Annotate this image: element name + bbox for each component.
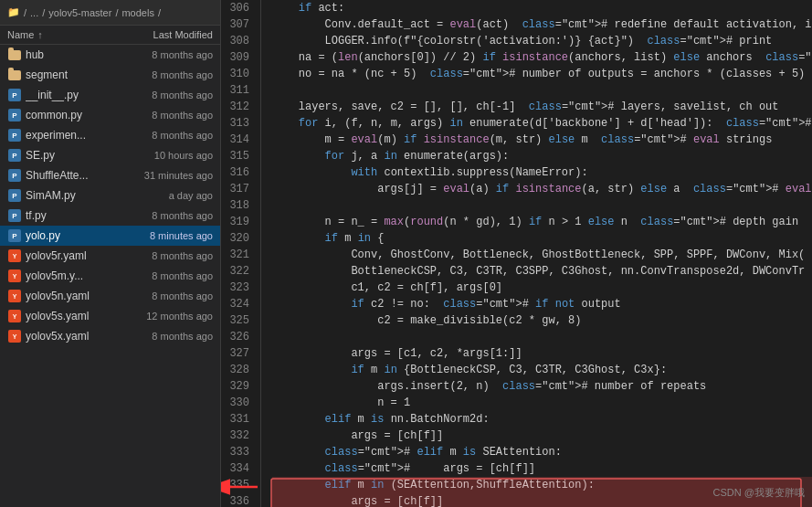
file-icon-py: P	[7, 228, 22, 243]
line-number-309: 309	[228, 49, 249, 66]
col-modified-header[interactable]: Last Modified	[121, 29, 213, 40]
code-line-326	[272, 329, 812, 345]
line-number-324: 324	[228, 296, 249, 312]
breadcrumb-ellipsis: ...	[30, 7, 38, 18]
file-icon-folder	[7, 48, 22, 62]
file-item-yolov5n[interactable]: Yyolov5n.yaml8 months ago	[0, 286, 220, 306]
code-line-306: if act:	[272, 0, 812, 16]
line-numbers: 3063073083093103113123133143153163173183…	[221, 0, 261, 507]
code-line-330: n = 1	[272, 395, 812, 411]
code-line-321: Conv, GhostConv, Bottleneck, GhostBottle…	[272, 247, 812, 263]
code-lines: if act: Conv.default_act = eval(act) cla…	[261, 0, 812, 507]
file-name-shuffleattn: ShuffleAtte...	[26, 169, 131, 182]
file-name-yolov5s: yolov5s.yaml	[26, 310, 131, 322]
code-line-314: m = eval(m) if isinstance(m, str) else m…	[272, 132, 812, 148]
code-line-327: args = [c1, c2, *args[1:]]	[272, 345, 812, 362]
file-modified-experimental: 8 months ago	[131, 130, 213, 141]
line-number-314: 314	[228, 132, 249, 148]
file-modified-init: 8 months ago	[131, 90, 213, 100]
code-line-317: args[j] = eval(a) if isinstance(a, str) …	[272, 181, 812, 197]
line-number-334: 334	[228, 460, 249, 477]
breadcrumb-yolov5[interactable]: yolov5-master	[48, 7, 111, 18]
line-number-328: 328	[228, 362, 249, 378]
file-item-yolo[interactable]: Pyolo.py8 minutes ago←	[0, 226, 220, 246]
file-name-se: SE.py	[26, 149, 131, 162]
file-item-yolov5m[interactable]: Yyolov5m.y...8 months ago	[0, 266, 220, 286]
breadcrumb[interactable]: 📁 / ... / yolov5-master / models /	[0, 0, 220, 26]
file-name-yolov5m: yolov5m.y...	[26, 269, 131, 282]
file-item-yolov5s[interactable]: Yyolov5s.yaml12 months ago	[0, 306, 220, 326]
code-line-333: class="cmt"># elif m is SEAttention:	[272, 444, 812, 460]
sort-icon: ↑	[37, 29, 43, 40]
file-item-yolov5x[interactable]: Yyolov5x.yaml8 months ago	[0, 326, 220, 346]
file-item-shuffleattn[interactable]: PShuffleAtte...31 minutes ago	[0, 165, 220, 185]
code-line-307: Conv.default_act = eval(act) class="cmt"…	[272, 16, 812, 33]
file-icon-py: P	[7, 148, 22, 163]
file-item-yolov5r[interactable]: Yyolov5r.yaml8 months ago	[0, 246, 220, 266]
breadcrumb-sep1: /	[24, 7, 26, 18]
code-content[interactable]: 3063073083093103113123133143153163173183…	[221, 0, 812, 507]
file-name-experimental: experimen...	[26, 129, 131, 142]
file-name-yolo: yolo.py	[26, 229, 131, 242]
code-line-320: if m in {	[272, 230, 812, 247]
code-line-313: for i, (f, n, m, args) in enumerate(d['b…	[272, 115, 812, 132]
line-number-327: 327	[228, 345, 249, 362]
code-line-325: c2 = make_divisible(c2 * gw, 8)	[272, 312, 812, 329]
line-number-316: 316	[228, 164, 249, 181]
file-item-tf[interactable]: Ptf.py8 months ago	[0, 206, 220, 226]
line-number-306: 306	[228, 0, 249, 16]
file-icon-py: P	[7, 208, 22, 223]
file-item-init[interactable]: P__init__.py8 months ago	[0, 85, 220, 105]
file-item-common[interactable]: Pcommon.py8 months ago	[0, 105, 220, 125]
file-name-yolov5n: yolov5n.yaml	[26, 290, 131, 302]
line-number-332: 332	[228, 428, 249, 444]
code-line-311	[272, 82, 812, 99]
line-number-320: 320	[228, 230, 249, 247]
file-item-se[interactable]: PSE.py10 hours ago	[0, 145, 220, 165]
file-icon-py: P	[7, 168, 22, 183]
breadcrumb-sep2: /	[42, 7, 45, 18]
file-modified-yolov5n: 8 months ago	[131, 290, 213, 301]
file-icon-py: P	[7, 128, 22, 143]
line-number-329: 329	[228, 378, 249, 395]
line-number-322: 322	[228, 263, 249, 280]
name-header-label: Name	[7, 29, 34, 40]
file-list-header: Name ↑ Last Modified	[0, 26, 220, 45]
line-number-321: 321	[228, 247, 249, 263]
breadcrumb-models[interactable]: models	[121, 7, 153, 18]
code-line-312: layers, save, c2 = [], [], ch[-1] class=…	[272, 99, 812, 115]
code-line-319: n = n_ = max(round(n * gd), 1) if n > 1 …	[272, 214, 812, 230]
code-line-308: LOGGER.info(f"{colorstr('activation:')} …	[272, 33, 812, 49]
line-number-333: 333	[228, 444, 249, 460]
line-number-310: 310	[228, 66, 249, 82]
file-icon-yaml: Y	[7, 289, 22, 303]
file-name-common: common.py	[26, 109, 131, 121]
line-number-308: 308	[228, 33, 249, 49]
file-icon-yaml: Y	[7, 248, 22, 263]
file-icon-py: P	[7, 88, 22, 102]
code-line-329: args.insert(2, n) class="cmt"># number o…	[272, 378, 812, 395]
breadcrumb-sep3: /	[115, 7, 118, 18]
file-icon-yaml: Y	[7, 329, 22, 343]
file-item-simam[interactable]: PSimAM.pya day ago	[0, 185, 220, 206]
file-name-segment: segment	[26, 69, 131, 81]
file-modified-shuffleattn: 31 minutes ago	[131, 170, 213, 181]
file-modified-yolov5s: 12 months ago	[131, 311, 213, 322]
line-number-311: 311	[228, 82, 249, 99]
line-number-307: 307	[228, 16, 249, 33]
file-item-experimental[interactable]: Pexperimen...8 months ago	[0, 125, 220, 145]
file-item-hub[interactable]: hub8 months ago	[0, 45, 220, 65]
file-modified-yolov5r: 8 months ago	[131, 250, 213, 261]
line-number-330: 330	[228, 395, 249, 411]
col-name-header[interactable]: Name ↑	[7, 29, 121, 40]
code-line-322: BottleneckCSP, C3, C3TR, C3SPP, C3Ghost,…	[272, 263, 812, 280]
file-icon-yaml: Y	[7, 309, 22, 323]
line-number-326: 326	[228, 329, 249, 345]
file-icon-folder	[7, 68, 22, 82]
file-modified-simam: a day ago	[131, 190, 213, 201]
code-line-316: with contextlib.suppress(NameError):	[272, 164, 812, 181]
code-line-310: no = na * (nc + 5) class="cmt"># number …	[272, 66, 812, 82]
file-item-segment[interactable]: segment8 months ago	[0, 65, 220, 85]
file-name-tf: tf.py	[26, 209, 131, 222]
code-line-315: for j, a in enumerate(args):	[272, 148, 812, 164]
